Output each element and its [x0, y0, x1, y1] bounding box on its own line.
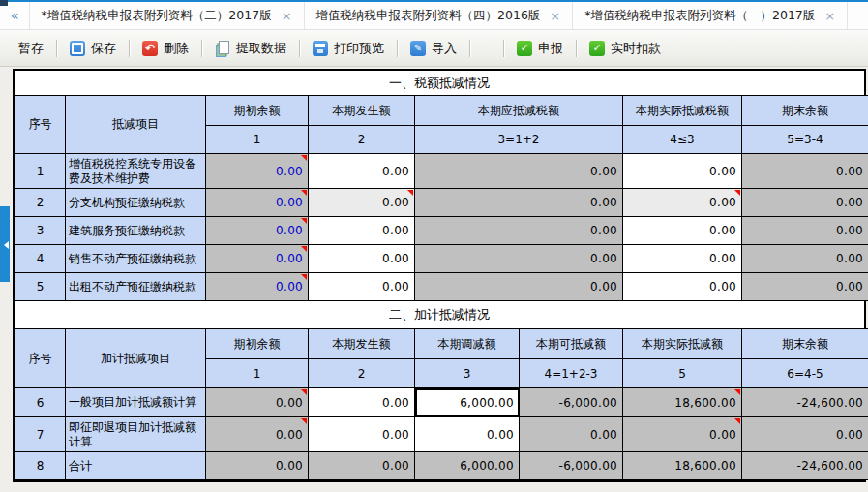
cell-current-amount[interactable]: 0.00	[309, 217, 415, 245]
cell-closing-balance: 0.00	[742, 189, 868, 217]
cell-current-amount[interactable]: 0.00	[309, 388, 415, 417]
close-icon[interactable]: ×	[282, 10, 292, 22]
col-index: 1	[206, 126, 309, 154]
row-item-label: 增值税税控系统专用设备费及技术维护费	[66, 154, 206, 189]
row-item-label: 分支机构预征缴纳税款	[66, 189, 206, 217]
cell-deductible-amount: -6,000.00	[520, 388, 623, 417]
printer-icon	[313, 41, 328, 56]
cell-opening-balance: 0.00	[206, 273, 309, 301]
cell-current-amount[interactable]: 0.00	[309, 189, 415, 217]
table-row: 6 一般项目加计抵减额计算 0.00 0.00 6,000.00 -6,000.…	[15, 388, 868, 417]
cell-opening-balance: 0.00	[206, 217, 309, 245]
import-button[interactable]: ✎ 导入	[402, 36, 465, 61]
col-header-item: 加计抵减项目	[66, 329, 206, 388]
cell-current-reduction: 6,000.00	[415, 452, 520, 480]
cell-current-amount[interactable]: 0.00	[309, 417, 415, 452]
cell-actual-deducted-amount: 18,600.00	[623, 388, 742, 417]
col-index: 2	[309, 359, 415, 388]
row-seq: 8	[15, 452, 66, 480]
section2-title: 二、加计抵减情况	[15, 301, 864, 328]
cell-closing-balance: 0.00	[742, 273, 868, 301]
col-header-opening-balance: 期初余额	[206, 329, 309, 359]
save-button[interactable]: 保存	[61, 36, 125, 61]
cell-deductible-tax: 0.00	[415, 273, 623, 301]
cell-current-amount[interactable]: 0.00	[309, 273, 415, 301]
col-header-deductible-tax: 本期应抵减税额	[415, 96, 623, 126]
extract-data-button[interactable]: 提取数据	[206, 36, 295, 61]
col-header-current-amount: 本期发生额	[309, 329, 415, 359]
tab-fulu-er-2017[interactable]: *增值税纳税申报表附列资料（二）2017版 ×	[29, 2, 305, 29]
col-header-deductible-amount: 本期可抵减额	[520, 329, 623, 359]
cell-current-amount[interactable]: 0.00	[309, 245, 415, 273]
cell-current-reduction[interactable]: 0.00	[415, 417, 520, 452]
tab-label: 增值税纳税申报表附列资料（四）2016版	[316, 8, 541, 24]
cell-closing-balance: -24,600.00	[742, 388, 868, 417]
col-index: 3	[415, 359, 520, 388]
extract-data-label: 提取数据	[236, 40, 286, 57]
row-item-label: 销售不动产预征缴纳税款	[66, 245, 206, 273]
check-icon: ✓	[517, 41, 532, 56]
close-icon[interactable]: ×	[824, 10, 835, 22]
close-icon[interactable]: ×	[550, 10, 560, 22]
window-corner-chip	[0, 0, 8, 6]
form-content-area: 一、税额抵减情况 序号 抵减项目 期初余额 本期发生额 本期应抵减税额 本期实际…	[0, 67, 868, 492]
cell-opening-balance: 0.00	[206, 417, 309, 452]
toolbar-separator	[397, 40, 398, 57]
col-index: 5=3-4	[742, 126, 868, 154]
col-header-seq: 序号	[15, 96, 66, 154]
delete-button[interactable]: ↶ 删除	[134, 36, 197, 61]
table-row: 1 增值税税控系统专用设备费及技术维护费 0.00 0.00 0.00 0.00…	[15, 154, 868, 189]
col-index: 3=1+2	[415, 126, 623, 154]
row-seq: 4	[15, 245, 66, 273]
cell-current-amount[interactable]: 0.00	[309, 154, 415, 189]
cell-actual-deducted-tax[interactable]: 0.00	[623, 273, 742, 301]
sidebar-collapse-handle[interactable]	[0, 206, 10, 282]
cell-closing-balance: 0.00	[742, 417, 868, 452]
cell-actual-deducted-tax[interactable]: 0.00	[623, 217, 742, 245]
print-preview-button[interactable]: 打印预览	[304, 36, 393, 61]
cell-actual-deducted-tax[interactable]: 0.00	[623, 154, 742, 189]
realtime-deduct-button[interactable]: ✓ 实时扣款	[581, 36, 670, 61]
temp-save-label: 暂存	[18, 40, 44, 57]
toolbar-separator	[299, 40, 300, 57]
declare-button[interactable]: ✓ 申报	[508, 36, 572, 61]
cell-opening-balance: 0.00	[206, 154, 309, 189]
toolbar-separator	[56, 40, 57, 57]
cell-opening-balance: 0.00	[206, 245, 309, 273]
tab-fulu-si-2016[interactable]: 增值税纳税申报表附列资料（四）2016版 ×	[304, 2, 574, 29]
row-item-label: 合计	[66, 452, 206, 480]
cell-closing-balance: 0.00	[742, 217, 868, 245]
cell-deductible-tax: 0.00	[415, 189, 623, 217]
cell-actual-deducted-amount: 18,600.00	[623, 452, 742, 480]
tax-credit-table: 序号 抵减项目 期初余额 本期发生额 本期应抵减税额 本期实际抵减税额 期末余额…	[15, 95, 868, 301]
col-index: 2	[309, 126, 415, 154]
temp-save-button[interactable]: 暂存	[10, 36, 52, 61]
table-row: 4 销售不动产预征缴纳税款 0.00 0.00 0.00 0.00 0.00	[15, 245, 868, 273]
col-index: 4≤3	[623, 126, 742, 154]
cell-closing-balance: 0.00	[742, 154, 868, 189]
col-header-actual-deducted-amount: 本期实际抵减额	[623, 329, 742, 359]
row-seq: 7	[15, 417, 66, 452]
active-cell-current-reduction[interactable]: 6,000.00	[415, 388, 520, 417]
tab-fulu-yi-2017[interactable]: *增值税纳税申报表附列资料（一）2017版 ×	[572, 2, 848, 29]
col-index: 4=1+2-3	[520, 359, 623, 388]
cell-actual-deducted-amount: 0.00	[623, 417, 742, 452]
table-row-total: 8 合计 0.00 0.00 6,000.00 -6,000.00 18,600…	[15, 452, 868, 480]
col-header-actual-deducted-tax: 本期实际抵减税额	[623, 96, 742, 126]
row-item-label: 即征即退项目加计抵减额计算	[66, 417, 206, 452]
table-row: 5 出租不动产预征缴纳税款 0.00 0.00 0.00 0.00 0.00	[15, 273, 868, 301]
extract-data-icon	[215, 41, 230, 56]
col-header-current-amount: 本期发生额	[309, 96, 415, 126]
row-seq: 6	[15, 388, 66, 417]
tax-form-sheet: 一、税额抵减情况 序号 抵减项目 期初余额 本期发生额 本期应抵减税额 本期实际…	[13, 69, 866, 482]
cell-actual-deducted-tax[interactable]: 0.00	[623, 245, 742, 273]
row-seq: 1	[15, 154, 66, 189]
tabs-collapse-button[interactable]: «	[0, 2, 30, 29]
row-item-label: 一般项目加计抵减额计算	[66, 388, 206, 417]
declare-label: 申报	[538, 40, 563, 57]
toolbar-separator	[201, 40, 202, 57]
cell-deductible-amount: -6,000.00	[520, 452, 623, 480]
save-icon	[70, 41, 85, 56]
tab-bar: « *增值税纳税申报表附列资料（二）2017版 × 增值税纳税申报表附列资料（四…	[0, 0, 868, 30]
cell-actual-deducted-tax[interactable]: 0.00	[623, 189, 742, 217]
